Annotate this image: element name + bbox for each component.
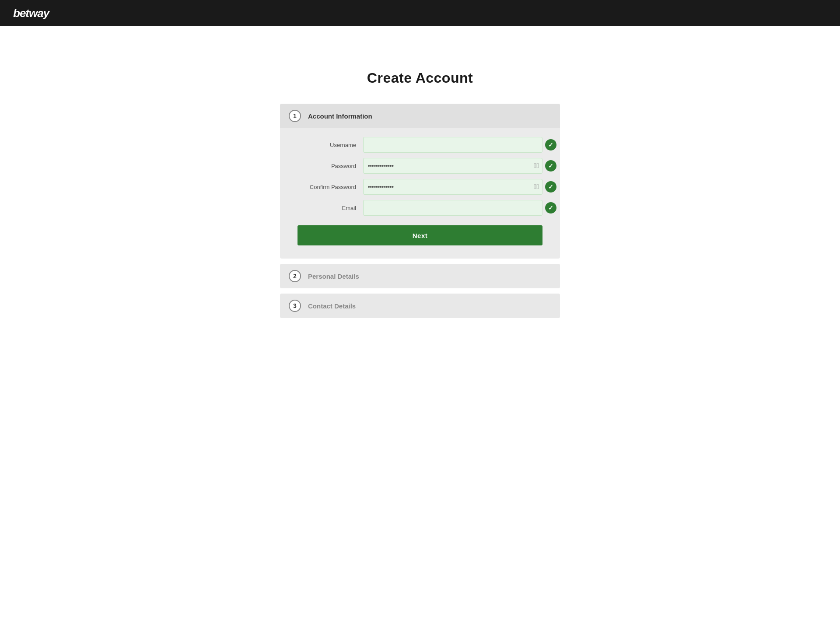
email-row: Email ✓ bbox=[298, 200, 542, 216]
step-1-number: 1 bbox=[289, 110, 301, 122]
password-row: Password 👁⃠ ✓ bbox=[298, 158, 542, 174]
confirm-password-input-wrapper: 👁⃠ ✓ bbox=[363, 179, 542, 195]
username-input[interactable] bbox=[363, 137, 542, 153]
header: betway bbox=[0, 0, 840, 26]
step-3-header: 3 Contact Details bbox=[280, 294, 560, 318]
confirm-password-row: Confirm Password 👁⃠ ✓ bbox=[298, 179, 542, 195]
email-label: Email bbox=[298, 205, 363, 211]
email-input-wrapper: ✓ bbox=[363, 200, 542, 216]
username-input-wrapper: ✓ bbox=[363, 137, 542, 153]
step-3: 3 Contact Details bbox=[280, 294, 560, 318]
email-input[interactable] bbox=[363, 200, 542, 216]
step-1-title: Account Information bbox=[308, 112, 372, 120]
username-check-icon: ✓ bbox=[545, 139, 556, 150]
logo: betway bbox=[13, 7, 49, 20]
password-label: Password bbox=[298, 163, 363, 169]
password-eye-icon[interactable]: 👁⃠ bbox=[534, 162, 539, 170]
confirm-password-label: Confirm Password bbox=[298, 184, 363, 190]
step-2-number: 2 bbox=[289, 270, 301, 282]
password-input-wrapper: 👁⃠ ✓ bbox=[363, 158, 542, 174]
confirm-password-eye-icon[interactable]: 👁⃠ bbox=[534, 183, 539, 191]
next-button[interactable]: Next bbox=[298, 225, 542, 245]
step-1-header: 1 Account Information bbox=[280, 104, 560, 128]
confirm-password-input[interactable] bbox=[363, 179, 542, 195]
page-title: Create Account bbox=[367, 70, 473, 86]
step-2-title: Personal Details bbox=[308, 273, 359, 280]
step-1-body: Username ✓ Password 👁⃠ ✓ bbox=[280, 128, 560, 259]
step-2: 2 Personal Details bbox=[280, 264, 560, 288]
username-row: Username ✓ bbox=[298, 137, 542, 153]
step-1: 1 Account Information Username ✓ Passwor… bbox=[280, 104, 560, 259]
email-check-icon: ✓ bbox=[545, 202, 556, 214]
password-check-icon: ✓ bbox=[545, 160, 556, 172]
password-input[interactable] bbox=[363, 158, 542, 174]
main-content: Create Account 1 Account Information Use… bbox=[0, 26, 840, 318]
step-2-header: 2 Personal Details bbox=[280, 264, 560, 288]
confirm-password-check-icon: ✓ bbox=[545, 181, 556, 192]
steps-container: 1 Account Information Username ✓ Passwor… bbox=[280, 104, 560, 318]
username-label: Username bbox=[298, 142, 363, 148]
step-3-number: 3 bbox=[289, 300, 301, 312]
step-3-title: Contact Details bbox=[308, 302, 356, 310]
